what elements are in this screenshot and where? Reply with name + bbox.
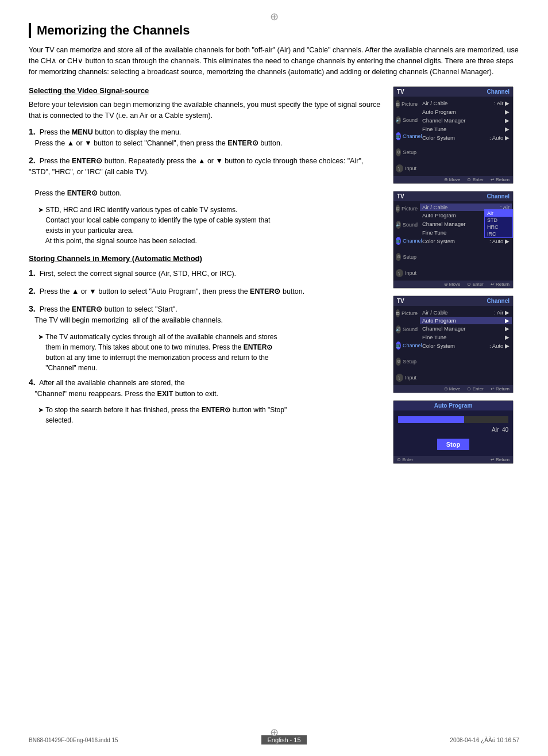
cable-dropdown: Air STD HRC IRC	[484, 209, 513, 238]
note-1: STD, HRC and IRC identify various types …	[38, 205, 381, 246]
tv-body-1: 🖼 Picture 🔊 Sound 📺 Channel ⚙	[393, 97, 513, 176]
step-1-num: 1.	[29, 127, 36, 136]
air-cable-label-1: Air / Cable	[422, 100, 447, 106]
sound-icon-1: 🔊	[396, 116, 401, 124]
input-icon-3: ⤵	[396, 374, 403, 382]
channel-manager-label-1: Channel Manager	[422, 117, 466, 124]
enter-label-1: ENTER⊙	[227, 139, 258, 147]
channel-type: Air	[492, 427, 499, 433]
footer-left: BN68-01429F-00Eng-0416.indd 15	[29, 737, 118, 743]
tv-screenshot-3: TV Channel 🖼 Picture 🔊 Sound	[393, 296, 514, 393]
footer-enter-1: ⊙ Enter	[467, 177, 483, 182]
tv-header-2: TV Channel	[393, 191, 513, 201]
auto-info-row: Air 40	[398, 427, 508, 433]
menu-row-color-2: Color System : Auto ▶	[422, 237, 510, 245]
footer-right: 2008-04-16 ¿ÀÀü 10:16:57	[450, 737, 519, 743]
color-system-label-3: Color System	[422, 343, 455, 349]
enter-label-7: ENTER⊙	[202, 406, 231, 414]
enter-label-3: ENTER⊙	[67, 189, 98, 197]
setup-icon-1: ⚙	[396, 148, 401, 156]
auto-program-footer: ⊙ Enter ↩ Return	[393, 456, 513, 463]
footer-move-2: ⊕ Move	[444, 282, 461, 287]
bottom-crosshair-icon: ⊕	[270, 726, 279, 739]
sidebar-sound-1: 🔊 Sound	[395, 115, 418, 125]
channel-icon-2: 📺	[396, 237, 401, 245]
menu-row-air-cable-1: Air / Cable : Air ▶	[422, 99, 510, 108]
auto-footer-enter: ⊙ Enter	[397, 457, 413, 462]
tv-screenshot-2: TV Channel 🖼 Picture 🔊 Sound	[393, 191, 514, 289]
page-number: English - 15	[261, 735, 306, 745]
tv-sidebar-2: 🖼 Picture 🔊 Sound 📺 Channel ⚙	[393, 201, 419, 281]
page-title: Memorizing the Channels	[37, 23, 519, 38]
fine-tune-arrow-3: ▶	[505, 334, 510, 340]
auto-program-label-1: Auto Program	[422, 109, 456, 115]
dropdown-std: STD	[485, 217, 512, 224]
menu-label: MENU	[72, 128, 93, 136]
s2-step-1-text: First, select the correct signal source …	[40, 270, 236, 278]
air-cable-label-2: Air / Cable	[422, 204, 447, 210]
left-column: Selecting the Video Signal-source Before…	[29, 86, 381, 464]
channel-manager-label-3: Channel Manager	[422, 325, 466, 332]
tv-label-1: TV	[397, 89, 404, 95]
title-section: Memorizing the Channels	[29, 23, 519, 38]
input-icon-2: ⤵	[396, 269, 403, 277]
tv-footer-3: ⊕ Move ⊙ Enter ↩ Return	[393, 385, 513, 393]
sidebar-sound-2: 🔊 Sound	[395, 220, 418, 230]
air-cable-value-1: : Air ▶	[494, 100, 510, 106]
tv-sidebar-3: 🖼 Picture 🔊 Sound 📺 Channel ⚙	[393, 306, 419, 385]
air-cable-label-3: Air / Cable	[422, 309, 447, 316]
footer-move-3: ⊕ Move	[444, 386, 461, 392]
tv-header-1: TV Channel	[393, 87, 513, 97]
s2-step-1-num: 1.	[29, 268, 36, 278]
channel-num: 40	[502, 427, 508, 433]
section1-text: Before your television can begin memoriz…	[29, 99, 381, 121]
color-system-label-1: Color System	[422, 135, 455, 141]
color-system-label-2: Color System	[422, 238, 455, 244]
channel-label-2: Channel	[487, 193, 510, 199]
color-system-value-3: : Auto ▶	[489, 343, 510, 349]
menu-row-manager-1: Channel Manager ▶	[422, 116, 510, 125]
tv-sidebar-1: 🖼 Picture 🔊 Sound 📺 Channel ⚙	[393, 97, 419, 176]
footer-enter-3: ⊙ Enter	[467, 386, 483, 392]
enter-label-2: ENTER⊙	[72, 157, 102, 165]
main-content: Selecting the Video Signal-source Before…	[29, 86, 519, 464]
setup-label-3: Setup	[403, 359, 416, 364]
sidebar-channel-2: 📺 Channel	[395, 236, 418, 246]
s2-step-2: 2. Press the ▲ or ▼ button to select "Au…	[29, 285, 381, 297]
setup-icon-3: ⚙	[396, 358, 401, 366]
footer-return-1: ↩ Return	[491, 177, 510, 182]
tv-menu-3: Air / Cable : Air ▶ Auto Program ▶ Chann…	[419, 306, 513, 385]
input-label-3: Input	[405, 375, 416, 381]
footer-return-2: ↩ Return	[491, 282, 510, 287]
dropdown-irc: IRC	[485, 231, 512, 237]
stop-button[interactable]: Stop	[437, 439, 469, 450]
s2-step-4-num: 4.	[29, 378, 36, 387]
channel-manager-arrow-3: ▶	[505, 325, 510, 332]
input-icon-1: ⤵	[396, 164, 403, 172]
picture-label-3: Picture	[402, 310, 418, 316]
sidebar-setup-3: ⚙ Setup	[395, 356, 418, 367]
sidebar-picture-1: 🖼 Picture	[395, 99, 418, 109]
page: ⊕ Memorizing the Channels Your TV can me…	[0, 0, 548, 756]
fine-tune-label-3: Fine Tune	[422, 334, 446, 340]
auto-program-screenshot: Auto Program Air 40 Stop ⊙ Enter ↩ Retur…	[393, 400, 514, 464]
sidebar-channel-3: 📺 Channel	[395, 340, 418, 351]
sidebar-input-3: ⤵ Input	[395, 373, 418, 383]
step-2-num: 2.	[29, 156, 36, 165]
auto-program-label-3: Auto Program	[422, 317, 456, 324]
section2-heading: Storing Channels in Memory (Automatic Me…	[29, 254, 381, 263]
setup-label-1: Setup	[403, 149, 416, 155]
tv-screenshot-1: TV Channel 🖼 Picture 🔊 Sound	[393, 86, 514, 184]
intro-text: Your TV can memorize and store all of th…	[29, 45, 519, 77]
s2-step-4: 4. After all the available channels are …	[29, 377, 381, 400]
tv-footer-2: ⊕ Move ⊙ Enter ↩ Return	[393, 281, 513, 288]
channel-manager-label-2: Channel Manager	[422, 221, 466, 227]
input-label-2: Input	[405, 270, 416, 276]
tv-header-3: TV Channel	[393, 296, 513, 306]
footer-move-1: ⊕ Move	[444, 177, 461, 182]
channel-label-1: Channel	[487, 89, 510, 95]
menu-row-fine-3: Fine Tune ▶	[422, 333, 510, 341]
dropdown-air: Air	[485, 210, 512, 217]
channel-manager-arrow-1: ▶	[505, 117, 510, 124]
picture-icon-3: 🖼	[396, 309, 400, 317]
